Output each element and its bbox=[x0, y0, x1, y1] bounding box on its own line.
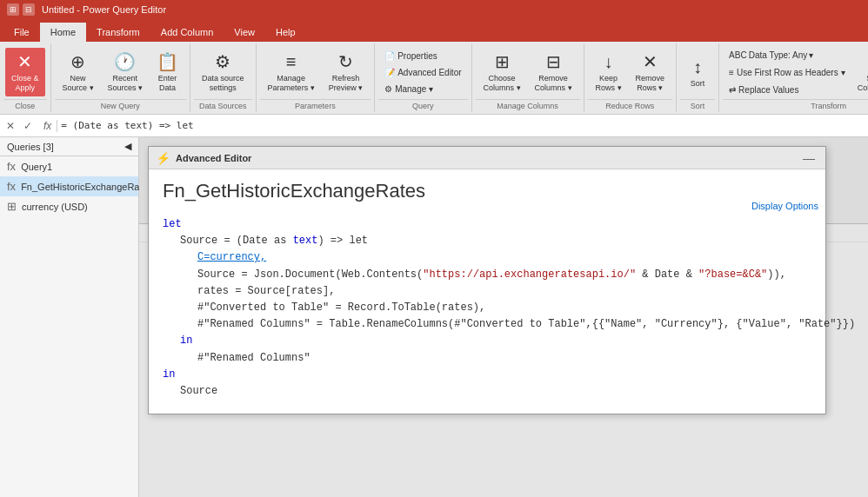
query-icon: fx bbox=[7, 160, 16, 173]
close-apply-button[interactable]: ✕ Close &Apply bbox=[5, 48, 45, 96]
recent-sources-button[interactable]: 🕐 RecentSources ▾ bbox=[102, 48, 150, 96]
advanced-editor-button[interactable]: 📝 Advanced Editor bbox=[380, 64, 465, 80]
remove-columns-button[interactable]: ⊟ RemoveColumns ▾ bbox=[529, 48, 578, 96]
close-icon: ✕ bbox=[17, 51, 32, 72]
ribbon-group-close: ✕ Close &Apply Close bbox=[0, 43, 51, 112]
manage-params-icon: ≡ bbox=[286, 51, 297, 72]
code-line-1: let bbox=[163, 216, 811, 233]
code-line-2: Source = (Date as text) => let bbox=[163, 233, 811, 249]
sidebar-collapse-button[interactable]: ◀ bbox=[124, 141, 131, 152]
display-options-button[interactable]: Display Options bbox=[751, 201, 818, 211]
sidebar-item-currency[interactable]: ⊞ currency (USD) bbox=[0, 196, 138, 216]
sort-button[interactable]: ↕ Sort bbox=[682, 48, 713, 96]
advanced-editor-modal: ⚡ Advanced Editor — Fn_GetHistoricExchan… bbox=[148, 146, 826, 414]
sidebar-item-currency-label: currency (USD) bbox=[22, 202, 88, 212]
tab-transform[interactable]: Transform bbox=[86, 23, 150, 42]
sidebar-item-query1-label: Query1 bbox=[21, 162, 52, 172]
remove-rows-button[interactable]: ✕ RemoveRows ▾ bbox=[630, 48, 671, 96]
refresh-preview-button[interactable]: ↻ RefreshPreview ▾ bbox=[323, 48, 370, 96]
remove-columns-icon: ⊟ bbox=[546, 51, 561, 72]
modal-content: Fn_GetHistoricExchangeRates Display Opti… bbox=[149, 169, 825, 414]
enter-data-icon: 📋 bbox=[157, 51, 178, 72]
data-source-icon: ⚙ bbox=[215, 51, 230, 72]
sidebar: Queries [3] ◀ fx Query1 fx Fn_GetHistori… bbox=[0, 137, 139, 497]
properties-icon: 📄 bbox=[384, 51, 395, 61]
sidebar-header: Queries [3] ◀ bbox=[0, 137, 138, 156]
ribbon-group-data-sources: ⚙ Data sourcesettings Data Sources bbox=[190, 43, 257, 112]
ribbon-group-new-query: ⊕ NewSource ▾ 🕐 RecentSources ▾ 📋 EnterD… bbox=[51, 43, 191, 112]
code-line-10: in bbox=[163, 367, 811, 383]
modal-title: ⚡ Advanced Editor bbox=[156, 151, 251, 165]
tab-add-column[interactable]: Add Column bbox=[150, 23, 224, 42]
data-type-icon: ABC bbox=[729, 50, 747, 60]
ribbon-tabs: File Home Transform Add Column View Help bbox=[0, 19, 868, 42]
modal-header: ⚡ Advanced Editor — bbox=[149, 147, 825, 169]
formula-bar: ✕ ✓ fx bbox=[0, 115, 868, 137]
code-line-9: #"Renamed Columns" bbox=[163, 350, 811, 367]
new-source-icon: ⊕ bbox=[70, 51, 85, 72]
formula-back-button[interactable]: ✕ bbox=[3, 120, 17, 132]
manage-parameters-button[interactable]: ≡ ManageParameters ▾ bbox=[262, 48, 321, 96]
ribbon: ✕ Close &Apply Close ⊕ NewSource ▾ 🕐 Rec… bbox=[0, 42, 868, 115]
transform-group-label: Transform bbox=[723, 99, 868, 110]
refresh-icon: ↻ bbox=[338, 51, 353, 72]
split-column-button[interactable]: ⫿ SplitColumn ▾ bbox=[851, 48, 868, 96]
content-area: Enter Parameter Date Invoke Clear functi… bbox=[139, 137, 868, 497]
ribbon-group-parameters: ≡ ManageParameters ▾ ↻ RefreshPreview ▾ … bbox=[257, 43, 376, 112]
code-editor[interactable]: let Source = (Date as text) => let C=cur… bbox=[163, 213, 811, 403]
ribbon-group-query: 📄 Properties 📝 Advanced Editor ⚙ Manage … bbox=[375, 43, 471, 112]
modal-title-text: Advanced Editor bbox=[176, 153, 251, 163]
modal-close-button[interactable]: — bbox=[799, 151, 818, 165]
ribbon-group-reduce-rows: ↓ KeepRows ▾ ✕ RemoveRows ▾ Reduce Rows bbox=[584, 43, 678, 112]
sort-icon: ↕ bbox=[693, 56, 702, 77]
keep-rows-icon: ↓ bbox=[604, 51, 613, 72]
code-line-3: C=currency, bbox=[163, 249, 811, 266]
table-icon: ⊞ bbox=[7, 200, 17, 213]
advanced-editor-icon: 📝 bbox=[384, 68, 395, 77]
tab-view[interactable]: View bbox=[224, 23, 265, 42]
manage-columns-group-label: Manage Columns bbox=[476, 99, 580, 110]
code-line-7: #"Renamed Columns" = Table.RenameColumns… bbox=[163, 316, 811, 333]
tab-help[interactable]: Help bbox=[265, 23, 306, 42]
tab-home[interactable]: Home bbox=[40, 23, 86, 42]
code-line-4: Source = Json.Document(Web.Contents("htt… bbox=[163, 267, 811, 283]
modal-overlay: ⚡ Advanced Editor — Fn_GetHistoricExchan… bbox=[139, 137, 868, 497]
data-type-combo[interactable]: ABC Data Type: Any ▾ bbox=[724, 47, 850, 63]
sort-group-label: Sort bbox=[680, 99, 715, 110]
remove-rows-icon: ✕ bbox=[643, 51, 658, 72]
sidebar-title: Queries [3] bbox=[7, 142, 54, 152]
data-sources-group-label: Data Sources bbox=[194, 99, 252, 110]
sidebar-item-fn-label: Fn_GetHistoricExchangeRa... bbox=[21, 182, 148, 192]
ribbon-group-transform: ABC Data Type: Any ▾ ≡ Use First Row as … bbox=[719, 43, 868, 112]
manage-button[interactable]: ⚙ Manage ▾ bbox=[380, 81, 465, 96]
choose-columns-button[interactable]: ⊞ ChooseColumns ▾ bbox=[477, 48, 527, 96]
close-group-label: Close bbox=[3, 99, 47, 110]
code-line-11: Source bbox=[163, 383, 811, 400]
use-first-row-button[interactable]: ≡ Use First Row as Headers ▾ bbox=[724, 64, 850, 80]
app-icon: ⊞ bbox=[7, 3, 19, 16]
enter-data-button[interactable]: 📋 EnterData bbox=[150, 48, 184, 96]
recent-sources-icon: 🕐 bbox=[114, 51, 136, 72]
sidebar-item-fn[interactable]: fx Fn_GetHistoricExchangeRa... bbox=[0, 176, 138, 196]
tab-file[interactable]: File bbox=[3, 23, 40, 42]
keep-rows-button[interactable]: ↓ KeepRows ▾ bbox=[590, 48, 628, 96]
title-bar-text: Untitled - Power Query Editor bbox=[42, 4, 166, 15]
data-source-settings-button[interactable]: ⚙ Data sourcesettings bbox=[196, 48, 250, 96]
formula-input[interactable] bbox=[61, 120, 865, 131]
ribbon-group-sort: ↕ Sort Sort bbox=[677, 43, 719, 112]
sidebar-item-query1[interactable]: fx Query1 bbox=[0, 156, 138, 176]
new-source-button[interactable]: ⊕ NewSource ▾ bbox=[57, 48, 100, 96]
replace-icon: ⇄ bbox=[729, 85, 736, 95]
manage-icon: ⚙ bbox=[384, 84, 392, 94]
title-bar: ⊞ ⊟ Untitled - Power Query Editor bbox=[0, 0, 868, 19]
code-line-8: in bbox=[163, 333, 811, 349]
code-line-6: #"Converted to Table" = Record.ToTable(r… bbox=[163, 300, 811, 316]
new-query-group-label: New Query bbox=[55, 99, 187, 110]
ribbon-group-manage-columns: ⊞ ChooseColumns ▾ ⊟ RemoveColumns ▾ Mana… bbox=[472, 43, 584, 112]
formula-check-button[interactable]: ✓ bbox=[21, 120, 35, 132]
replace-values-button[interactable]: ⇄ Replace Values bbox=[724, 82, 850, 97]
minimize-icon[interactable]: ⊟ bbox=[23, 3, 35, 16]
header-icon: ≡ bbox=[729, 68, 734, 77]
properties-button[interactable]: 📄 Properties bbox=[380, 48, 465, 63]
parameters-group-label: Parameters bbox=[260, 99, 371, 110]
